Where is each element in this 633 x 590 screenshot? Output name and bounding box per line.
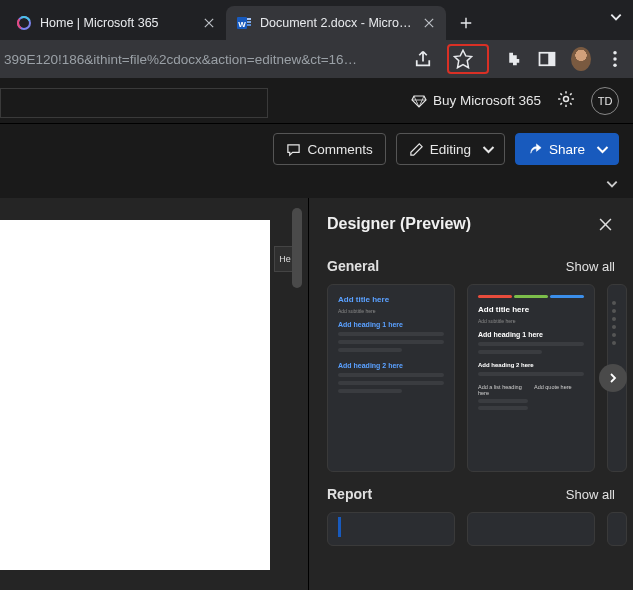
- template-body-line: [478, 350, 542, 354]
- template-body-line: [338, 340, 444, 344]
- tutorial-highlight-box: [447, 44, 489, 74]
- svg-rect-9: [548, 53, 554, 66]
- tab-document2[interactable]: W Document 2.docx - Microsoft W: [226, 6, 446, 40]
- svg-rect-6: [247, 21, 251, 23]
- template-accent-bars: [478, 295, 584, 298]
- svg-point-12: [613, 64, 617, 68]
- section-report-header: Report Show all: [309, 472, 633, 512]
- svg-rect-7: [247, 24, 251, 26]
- chevron-right-icon: [607, 372, 619, 384]
- chevron-down-icon: [481, 142, 496, 157]
- general-templates-row: Add title here Add subtitle here Add hea…: [309, 284, 633, 472]
- side-panel-icon[interactable]: [537, 49, 557, 69]
- template-body-line: [478, 406, 528, 410]
- template-columns: Add a list heading here Add quote here: [478, 384, 584, 410]
- document-area: He: [0, 198, 308, 590]
- close-icon[interactable]: [202, 16, 216, 30]
- template-body-line: [338, 348, 402, 352]
- template-body-line: [478, 372, 584, 376]
- document-page[interactable]: [0, 220, 270, 570]
- section-name: Report: [327, 486, 372, 502]
- svg-rect-5: [247, 18, 251, 20]
- template-heading1: Add heading 1 here: [478, 331, 584, 338]
- template-list-heading: Add a list heading here: [478, 384, 528, 396]
- svg-text:W: W: [238, 20, 246, 29]
- section-name: General: [327, 258, 379, 274]
- bookmark-star-icon[interactable]: [453, 49, 473, 69]
- report-templates-row: [309, 512, 633, 546]
- editing-mode-button[interactable]: Editing: [396, 133, 505, 165]
- chevron-down-icon: [595, 142, 610, 157]
- close-icon[interactable]: [422, 16, 436, 30]
- user-initials: TD: [598, 95, 613, 107]
- template-body-line: [338, 332, 444, 336]
- designer-pane: Designer (Preview) General Show all Add …: [308, 198, 633, 590]
- profile-avatar[interactable]: [571, 49, 591, 69]
- template-card[interactable]: [327, 512, 455, 546]
- template-heading2: Add heading 2 here: [478, 362, 584, 368]
- template-subtitle: Add subtitle here: [478, 318, 584, 324]
- designer-header: Designer (Preview): [309, 198, 633, 244]
- template-partial-dots: [608, 285, 626, 361]
- share-arrow-icon: [528, 142, 543, 157]
- extensions-icon[interactable]: [503, 49, 523, 69]
- buy-m365-button[interactable]: Buy Microsoft 365: [411, 93, 541, 109]
- template-card[interactable]: Add title here Add subtitle here Add hea…: [327, 284, 455, 472]
- pencil-icon: [409, 142, 424, 157]
- svg-point-11: [613, 57, 617, 61]
- actions-row: Comments Editing Share: [0, 124, 633, 174]
- buy-m365-label: Buy Microsoft 365: [433, 93, 541, 108]
- tab-title: Document 2.docx - Microsoft W: [260, 16, 414, 30]
- template-subquote: Add quote here: [534, 384, 584, 390]
- template-title: Add title here: [478, 305, 584, 314]
- url-text[interactable]: 399E120!186&ithint=file%2cdocx&action=ed…: [0, 52, 405, 67]
- tab-strip: Home | Microsoft 365 W Document 2.docx -…: [0, 0, 633, 40]
- new-tab-button[interactable]: [452, 9, 480, 37]
- ribbon-collapse-row: [0, 174, 633, 198]
- share-label: Share: [549, 142, 585, 157]
- editing-label: Editing: [430, 142, 471, 157]
- user-badge[interactable]: TD: [591, 87, 619, 115]
- template-body-line: [478, 399, 528, 403]
- template-body-line: [338, 381, 444, 385]
- templates-next-button[interactable]: [599, 364, 627, 392]
- m365-icon: [16, 15, 32, 31]
- kebab-menu-icon[interactable]: [605, 49, 625, 69]
- template-accent: [338, 517, 341, 537]
- ribbon-placeholder: [0, 88, 268, 118]
- template-card-partial[interactable]: [607, 512, 627, 546]
- share-page-icon[interactable]: [413, 49, 433, 69]
- vertical-scrollbar[interactable]: [292, 208, 302, 288]
- main-area: He Designer (Preview) General Show all A…: [0, 198, 633, 590]
- comment-icon: [286, 142, 301, 157]
- tab-home-m365[interactable]: Home | Microsoft 365: [6, 6, 226, 40]
- comments-button[interactable]: Comments: [273, 133, 385, 165]
- template-card[interactable]: [467, 512, 595, 546]
- settings-gear-icon[interactable]: [557, 90, 575, 112]
- word-icon: W: [236, 15, 252, 31]
- designer-title: Designer (Preview): [327, 215, 471, 233]
- svg-point-10: [613, 51, 617, 55]
- section-general-header: General Show all: [309, 244, 633, 284]
- template-subtitle: Add subtitle here: [338, 308, 444, 314]
- address-bar: 399E120!186&ithint=file%2cdocx&action=ed…: [0, 40, 633, 78]
- presence-label: He: [279, 254, 291, 264]
- tab-title: Home | Microsoft 365: [40, 16, 194, 30]
- svg-point-13: [564, 96, 569, 101]
- show-all-link[interactable]: Show all: [566, 259, 615, 274]
- ribbon-collapse-chevron-icon[interactable]: [605, 177, 619, 195]
- template-body-line: [338, 389, 402, 393]
- template-body-line: [338, 373, 444, 377]
- show-all-link[interactable]: Show all: [566, 487, 615, 502]
- comments-label: Comments: [307, 142, 372, 157]
- template-card[interactable]: Add title here Add subtitle here Add hea…: [467, 284, 595, 472]
- premium-diamond-icon: [411, 93, 427, 109]
- template-body-line: [478, 342, 584, 346]
- address-bar-icons: [405, 44, 625, 74]
- close-pane-button[interactable]: [595, 214, 615, 234]
- share-button[interactable]: Share: [515, 133, 619, 165]
- template-heading1: Add heading 1 here: [338, 321, 444, 328]
- tabs-overflow-chevron-icon[interactable]: [609, 10, 623, 28]
- template-heading2: Add heading 2 here: [338, 362, 444, 369]
- template-title: Add title here: [338, 295, 444, 304]
